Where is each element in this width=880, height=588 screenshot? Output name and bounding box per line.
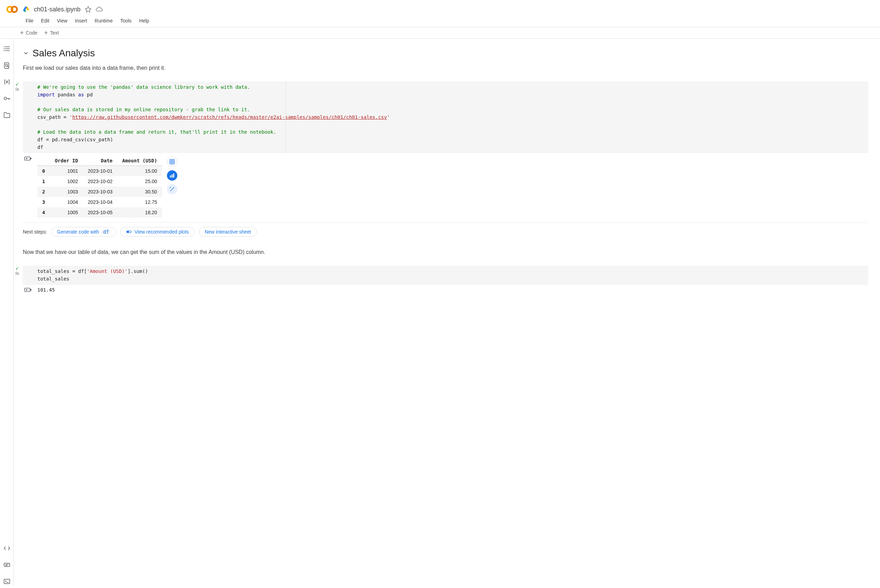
dataframe-table: Order ID Date Amount (USD) 010012023-10-… <box>38 156 162 218</box>
cell-date: 2023-10-02 <box>83 176 117 186</box>
menu-view[interactable]: View <box>57 18 68 24</box>
svg-rect-26 <box>170 176 171 178</box>
generate-code-button[interactable] <box>167 184 177 195</box>
menu-insert[interactable]: Insert <box>75 18 87 24</box>
col-header: Date <box>83 156 117 166</box>
output-value: 101.45 <box>23 287 868 292</box>
table-row: 410052023-10-0518.20 <box>38 207 162 218</box>
star-icon[interactable] <box>85 6 92 13</box>
plus-icon: + <box>44 30 48 35</box>
cell-order-id: 1005 <box>50 207 83 218</box>
cell-gutter: ✓ 0s <box>14 81 21 91</box>
col-header: Amount (USD) <box>117 156 162 166</box>
add-text-button[interactable]: + Text <box>44 30 59 36</box>
scalar-output: 101.45 <box>23 287 868 292</box>
plus-icon: + <box>20 30 24 35</box>
dataframe-output: Order ID Date Amount (USD) 010012023-10-… <box>23 156 868 218</box>
next-steps-label: Next steps: <box>23 229 47 235</box>
run-success-icon[interactable]: ✓ <box>15 81 20 87</box>
svg-rect-15 <box>4 563 10 566</box>
code-editor[interactable]: # We're going to use the 'pandas' data s… <box>23 81 868 153</box>
row-index: 4 <box>38 207 50 218</box>
svg-rect-21 <box>170 159 174 164</box>
collapse-section-icon[interactable] <box>23 50 29 56</box>
row-index: 1 <box>38 176 50 186</box>
cell-date: 2023-10-04 <box>83 197 117 207</box>
svg-point-6 <box>4 49 4 49</box>
code-editor[interactable]: total_sales = df['Amount (USD)'].sum() t… <box>23 266 868 285</box>
code-cell[interactable]: ✓ 0s [4] total_sales = df['Amount (USD)'… <box>23 266 868 292</box>
find-replace-icon[interactable] <box>3 62 11 69</box>
command-palette-icon[interactable] <box>3 561 11 568</box>
table-row: 010012023-10-0115.00 <box>38 166 162 177</box>
code-snippets-icon[interactable] <box>3 544 11 552</box>
cell-order-id: 1004 <box>50 197 83 207</box>
menu-tools[interactable]: Tools <box>120 18 132 24</box>
row-index: 2 <box>38 186 50 197</box>
dataframe-action-buttons <box>167 156 177 195</box>
cell-date: 2023-10-01 <box>83 166 117 177</box>
output-toggle-icon[interactable] <box>24 155 32 164</box>
add-code-button[interactable]: + Code <box>20 30 38 36</box>
view-as-sheet-button[interactable] <box>167 156 177 167</box>
table-of-contents-icon[interactable] <box>3 45 11 52</box>
divider <box>23 222 868 223</box>
svg-line-10 <box>7 66 8 67</box>
menu-file[interactable]: File <box>26 18 33 24</box>
colab-logo-icon[interactable] <box>6 3 19 16</box>
svg-point-1 <box>11 7 17 12</box>
col-header: Order ID <box>50 156 83 166</box>
cell-gutter: ✓ 0s <box>14 266 21 275</box>
suggest-charts-button[interactable] <box>167 170 177 181</box>
notebook-filename[interactable]: ch01-sales.ipynb <box>34 6 81 13</box>
cloud-status-icon[interactable] <box>96 6 103 13</box>
run-success-icon[interactable]: ✓ <box>15 266 20 271</box>
cell-amount: 18.20 <box>117 207 162 218</box>
left-sidebar <box>0 39 14 585</box>
run-time: 0s <box>15 272 20 275</box>
main: Sales Analysis First we load our sales d… <box>0 39 880 585</box>
header: ch01-sales.ipynb <box>0 0 880 16</box>
files-icon[interactable] <box>3 111 11 119</box>
menubar: File Edit View Insert Runtime Tools Help <box>0 16 880 27</box>
menu-runtime[interactable]: Runtime <box>95 18 113 24</box>
row-index: 0 <box>38 166 50 177</box>
new-interactive-sheet-chip[interactable]: New interactive sheet <box>199 227 257 237</box>
markdown-text: Now that we have our table of data, we c… <box>23 249 868 255</box>
toggle-icon <box>126 229 132 235</box>
row-index: 3 <box>38 197 50 207</box>
add-code-label: Code <box>26 30 38 36</box>
drive-icon[interactable] <box>23 6 30 13</box>
secrets-icon[interactable] <box>3 94 11 102</box>
generate-code-chip[interactable]: Generate code with df <box>51 227 116 237</box>
svg-rect-28 <box>173 173 174 178</box>
terminal-icon[interactable] <box>3 578 11 585</box>
recommended-plots-chip[interactable]: View recommended plots <box>120 227 195 237</box>
svg-rect-20 <box>24 157 30 160</box>
col-index <box>38 156 50 166</box>
cell-amount: 12.75 <box>117 197 162 207</box>
next-steps-row: Next steps: Generate code with df View r… <box>23 227 868 237</box>
table-row: 310042023-10-0412.75 <box>38 197 162 207</box>
cell-order-id: 1002 <box>50 176 83 186</box>
svg-rect-27 <box>171 174 173 178</box>
svg-point-30 <box>128 231 129 232</box>
output-toggle-icon[interactable] <box>24 286 32 295</box>
cell-amount: 25.00 <box>117 176 162 186</box>
svg-rect-8 <box>4 63 9 69</box>
variables-icon[interactable] <box>3 78 11 86</box>
markdown-cell[interactable]: Now that we have our table of data, we c… <box>23 243 868 266</box>
code-cell[interactable]: ✓ 0s [3] # We're going to use the 'panda… <box>23 81 868 237</box>
cell-date: 2023-10-03 <box>83 186 117 197</box>
menu-edit[interactable]: Edit <box>41 18 50 24</box>
notebook[interactable]: Sales Analysis First we load our sales d… <box>14 39 880 585</box>
toolbar: + Code + Text <box>0 27 880 39</box>
markdown-cell[interactable]: Sales Analysis First we load our sales d… <box>23 45 868 81</box>
table-header-row: Order ID Date Amount (USD) <box>38 156 162 166</box>
table-row: 210032023-10-0330.50 <box>38 186 162 197</box>
menu-help[interactable]: Help <box>139 18 149 24</box>
cell-amount: 30.50 <box>117 186 162 197</box>
section-title: Sales Analysis <box>33 48 95 59</box>
cell-date: 2023-10-05 <box>83 207 117 218</box>
svg-point-9 <box>5 64 7 66</box>
